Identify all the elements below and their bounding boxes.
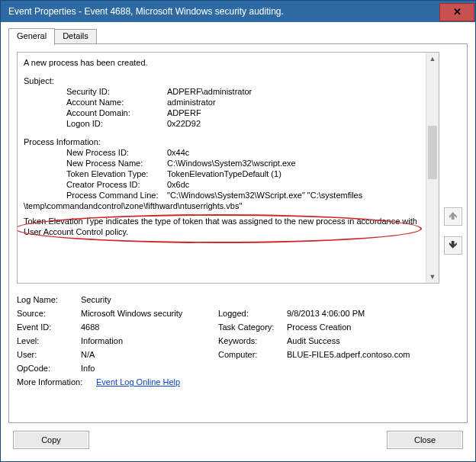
event-description-box: A new process has been created. Subject:… (17, 52, 439, 284)
logged-label: Logged: (218, 306, 285, 320)
event-id-value: 4688 (81, 320, 217, 334)
log-name-label: Log Name: (17, 293, 79, 306)
security-id-value: ADPERF\administrator (167, 86, 252, 97)
logon-id-label: Logon ID: (66, 118, 167, 129)
cmdline-value-2: \temp\commandandcontrol\zone\fifthward\n… (24, 201, 242, 211)
cmdline-label: Process Command Line: (66, 190, 167, 201)
user-label: User: (17, 348, 79, 361)
security-id-label: Security ID: (66, 86, 167, 97)
copy-button[interactable]: Copy (13, 431, 89, 449)
arrow-up-icon: 🡹 (449, 211, 458, 222)
task-category-label: Task Category: (218, 320, 285, 334)
subject-header: Subject: (24, 75, 433, 86)
user-value: N/A (81, 348, 217, 361)
logged-value: 9/8/2013 4:06:00 PM (287, 306, 439, 320)
process-command-line-row2: \temp\commandandcontrol\zone\fifthward\n… (24, 201, 433, 211)
subject-logon-id: Logon ID: 0x22D92 (24, 118, 433, 129)
new-pname-value: C:\Windows\System32\wscript.exe (167, 158, 296, 168)
new-process-id: New Process ID: 0x44c (24, 147, 433, 158)
level-value: Information (81, 334, 217, 348)
close-button[interactable]: Close (387, 431, 463, 449)
source-label: Source: (17, 306, 79, 320)
event-id-label: Event ID: (17, 320, 79, 334)
computer-label: Computer: (218, 348, 285, 361)
general-panel: A new process has been created. Subject:… (8, 43, 468, 423)
log-name-value: Security (81, 293, 439, 306)
previous-event-button[interactable]: 🡹 (444, 207, 462, 226)
close-icon: ✕ (453, 6, 462, 18)
tab-general[interactable]: General (8, 28, 55, 45)
account-name-label: Account Name: (66, 97, 167, 107)
token-elevation-footnote: Token Elevation Type indicates the type … (24, 216, 433, 237)
logon-id-value: 0x22D92 (167, 118, 201, 129)
account-name-value: administrator (167, 97, 216, 107)
arrow-down-icon: 🡻 (449, 240, 458, 251)
opcode-value: Info (81, 361, 439, 375)
source-value: Microsoft Windows security (81, 306, 217, 320)
account-domain-label: Account Domain: (66, 107, 167, 118)
window-close-button[interactable]: ✕ (439, 3, 474, 21)
window-title: Event Properties - Event 4688, Microsoft… (8, 6, 284, 17)
cmdline-value-1: "C:\Windows\System32\WScript.exe" "C:\sy… (167, 190, 362, 201)
task-category-value: Process Creation (287, 320, 439, 334)
client-area: General Details A new process has been c… (1, 22, 475, 461)
computer-value: BLUE-FILE5.adperf.contoso.com (287, 348, 439, 361)
procinfo-header: Process Information: (24, 136, 433, 147)
new-pid-value: 0x44c (167, 147, 189, 158)
token-elevation-type: Token Elevation Type: TokenElevationType… (24, 168, 433, 179)
subject-account-domain: Account Domain: ADPERF (24, 107, 433, 118)
new-process-name: New Process Name: C:\Windows\System32\ws… (24, 158, 433, 168)
tab-details[interactable]: Details (54, 29, 97, 44)
next-event-button[interactable]: 🡻 (444, 236, 462, 255)
new-pid-label: New Process ID: (66, 147, 167, 158)
process-command-line-row1: Process Command Line: "C:\Windows\System… (24, 190, 433, 201)
subject-account-name: Account Name: administrator (24, 97, 433, 107)
dialog-button-bar: Copy Close (8, 423, 468, 454)
scroll-up-icon[interactable]: ▲ (426, 53, 439, 65)
creator-process-id: Creator Process ID: 0x6dc (24, 179, 433, 190)
keywords-label: Keywords: (218, 334, 285, 348)
creator-pid-value: 0x6dc (167, 179, 189, 190)
subject-security-id: Security ID: ADPERF\administrator (24, 86, 433, 97)
level-label: Level: (17, 334, 79, 348)
event-log-online-help-link[interactable]: Event Log Online Help (96, 377, 180, 387)
description-scrollbar[interactable]: ▲ ▼ (426, 53, 439, 283)
tab-strip: General Details (8, 28, 468, 43)
event-metadata-grid: Log Name: Security Source: Microsoft Win… (17, 293, 439, 389)
token-elev-label: Token Elevation Type: (66, 168, 167, 179)
keywords-value: Audit Success (287, 334, 439, 348)
account-domain-value: ADPERF (167, 107, 201, 118)
new-pname-label: New Process Name: (66, 158, 167, 168)
creator-pid-label: Creator Process ID: (66, 179, 167, 190)
token-elev-value: TokenElevationTypeDefault (1) (167, 168, 281, 179)
title-bar: Event Properties - Event 4688, Microsoft… (1, 1, 475, 22)
opcode-label: OpCode: (17, 361, 79, 375)
event-properties-window: Event Properties - Event 4688, Microsoft… (0, 0, 476, 462)
description-header: A new process has been created. (24, 57, 433, 68)
scroll-thumb[interactable] (428, 126, 437, 179)
scroll-down-icon[interactable]: ▼ (426, 271, 439, 283)
